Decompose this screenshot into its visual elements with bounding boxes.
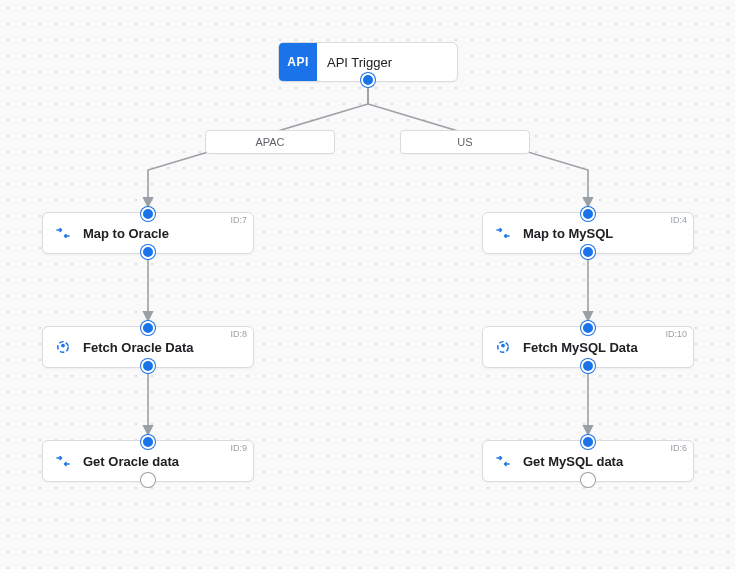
data-map-icon — [49, 224, 77, 242]
branch-label-text: US — [457, 136, 472, 148]
task-node-fetch-oracle[interactable]: Fetch Oracle Data ID:8 — [42, 326, 254, 368]
api-badge-icon: API — [279, 43, 317, 81]
port-out-open[interactable] — [141, 473, 155, 487]
task-id-tag: ID:10 — [665, 329, 687, 339]
task-label: Fetch MySQL Data — [523, 340, 638, 355]
port-out[interactable] — [581, 245, 595, 259]
task-label: Get Oracle data — [83, 454, 179, 469]
data-map-icon — [489, 224, 517, 242]
svg-point-3 — [501, 344, 505, 348]
task-id-tag: ID:8 — [230, 329, 247, 339]
connector-icon — [49, 338, 77, 356]
task-id-tag: ID:6 — [670, 443, 687, 453]
branch-label-right[interactable]: US — [400, 130, 530, 154]
task-label: Fetch Oracle Data — [83, 340, 194, 355]
task-id-tag: ID:7 — [230, 215, 247, 225]
flow-canvas[interactable]: API API Trigger APAC US Map to Oracle ID… — [0, 0, 735, 569]
svg-point-1 — [61, 344, 65, 348]
connector-icon — [489, 338, 517, 356]
task-node-get-mysql[interactable]: Get MySQL data ID:6 — [482, 440, 694, 482]
task-label: Map to Oracle — [83, 226, 169, 241]
port-out[interactable] — [141, 245, 155, 259]
branch-label-left[interactable]: APAC — [205, 130, 335, 154]
port-out[interactable] — [141, 359, 155, 373]
port-out[interactable] — [361, 73, 375, 87]
port-out-open[interactable] — [581, 473, 595, 487]
task-id-tag: ID:4 — [670, 215, 687, 225]
task-node-map-oracle[interactable]: Map to Oracle ID:7 — [42, 212, 254, 254]
task-id-tag: ID:9 — [230, 443, 247, 453]
data-map-icon — [489, 452, 517, 470]
task-label: Get MySQL data — [523, 454, 623, 469]
trigger-label: API Trigger — [327, 55, 392, 70]
task-node-get-oracle[interactable]: Get Oracle data ID:9 — [42, 440, 254, 482]
task-label: Map to MySQL — [523, 226, 613, 241]
trigger-node[interactable]: API API Trigger — [278, 42, 458, 82]
branch-label-text: APAC — [255, 136, 284, 148]
data-map-icon — [49, 452, 77, 470]
port-out[interactable] — [581, 359, 595, 373]
task-node-map-mysql[interactable]: Map to MySQL ID:4 — [482, 212, 694, 254]
task-node-fetch-mysql[interactable]: Fetch MySQL Data ID:10 — [482, 326, 694, 368]
